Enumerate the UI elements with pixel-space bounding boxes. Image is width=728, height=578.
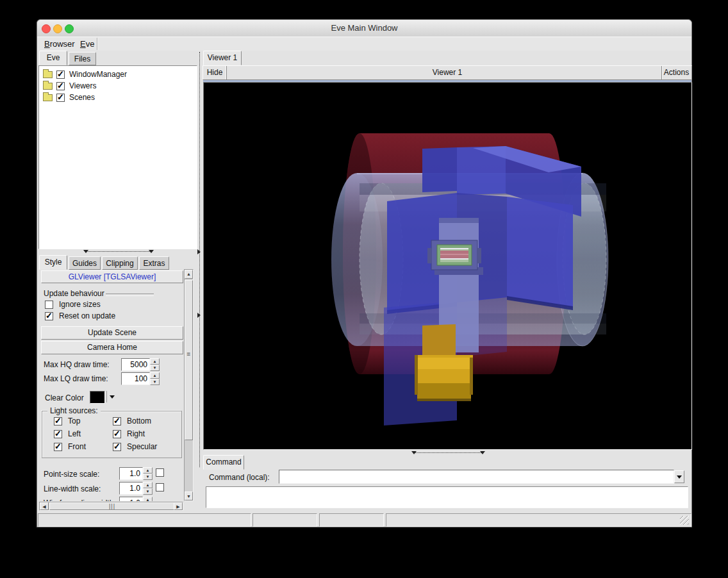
clear-color-swatch[interactable] (90, 391, 105, 404)
hide-button[interactable]: Hide (203, 66, 227, 79)
combo-dropdown-button[interactable] (674, 470, 684, 483)
tree-item-scenes[interactable]: Scenes (43, 92, 190, 104)
tree-style-splitter[interactable] (38, 248, 196, 255)
spin-up-icon[interactable]: ▲ (150, 358, 160, 365)
tree-checkbox[interactable] (56, 70, 65, 79)
light-specular-label[interactable]: Specular (127, 442, 157, 451)
update-scene-button[interactable]: Update Scene (41, 326, 183, 340)
folder-icon (43, 83, 53, 90)
tab-files[interactable]: Files (69, 52, 96, 65)
light-right-label[interactable]: Right (127, 429, 145, 438)
tree-item-windowmanager[interactable]: WindowManager (43, 69, 190, 81)
menu-browser[interactable]: Browser (42, 37, 78, 51)
light-top-checkbox[interactable] (54, 417, 62, 425)
point-size-field[interactable] (119, 467, 143, 480)
max-hq-label: Max HQ draw time: (44, 360, 110, 369)
line-width-field[interactable] (119, 482, 143, 495)
tab-style[interactable]: Style (39, 255, 67, 270)
actions-button[interactable]: Actions (661, 66, 691, 79)
spin-up-icon[interactable]: ▲ (143, 482, 153, 488)
tab-command[interactable]: Command (203, 455, 244, 470)
light-left-checkbox[interactable] (54, 430, 62, 438)
tab-clipping[interactable]: Clipping (102, 256, 138, 270)
light-top-label[interactable]: Top (68, 417, 80, 425)
light-sources-group: Light sources: Top Bottom Left Right Fro… (42, 411, 182, 458)
light-bottom-checkbox[interactable] (113, 417, 121, 425)
point-size-spinner[interactable]: ▲ ▼ (143, 467, 153, 480)
scroll-up-icon[interactable]: ▲ (185, 270, 193, 279)
column-splitter[interactable] (196, 51, 203, 513)
splitter-dots (415, 452, 481, 453)
glviewer-button[interactable]: GLViewer [TGLSAViewer] (41, 270, 183, 283)
wireframe-entry[interactable]: ▲ (119, 497, 153, 501)
reset-on-update-label[interactable]: Reset on update (59, 311, 115, 320)
gl-viewport[interactable] (203, 82, 692, 450)
tab-extras[interactable]: Extras (139, 256, 169, 270)
light-bottom-label[interactable]: Bottom (127, 417, 151, 425)
scroll-right-icon[interactable]: ▶ (174, 502, 183, 510)
eve-main-window: Eve Main Window Browser Eve Eve Files Wi… (37, 19, 692, 527)
max-lq-entry[interactable]: ▲ ▼ (121, 372, 160, 385)
style-vscrollbar[interactable]: ▲ ≡ ▼ (184, 269, 194, 501)
tree-item-viewers[interactable]: Viewers (43, 81, 190, 92)
line-width-entry[interactable]: ▲ ▼ (119, 482, 153, 495)
viewer-command-splitter[interactable] (203, 450, 692, 455)
spin-down-icon[interactable]: ▼ (150, 365, 160, 371)
wireframe-spinner[interactable]: ▲ (143, 497, 153, 501)
command-input[interactable] (279, 470, 674, 484)
splitter-arrow-icon (149, 250, 154, 253)
color-dropdown-icon[interactable] (110, 395, 115, 399)
max-hq-entry[interactable]: ▲ ▼ (121, 358, 160, 371)
splitter-dots (86, 251, 150, 252)
tab-guides[interactable]: Guides (69, 256, 101, 270)
tab-eve[interactable]: Eve (39, 51, 67, 65)
tree-checkbox[interactable] (56, 94, 65, 102)
max-lq-field[interactable] (121, 372, 150, 385)
max-hq-spinner[interactable]: ▲ ▼ (150, 358, 160, 371)
wireframe-field[interactable] (119, 497, 143, 501)
light-right-checkbox[interactable] (113, 430, 121, 438)
max-lq-label: Max LQ draw time: (44, 374, 108, 383)
style-hscrollbar[interactable]: ◀ ||| ▶ (39, 502, 183, 511)
command-combobox[interactable] (279, 470, 684, 484)
light-left-label[interactable]: Left (68, 429, 81, 438)
spin-up-icon[interactable]: ▲ (143, 497, 153, 501)
spin-down-icon[interactable]: ▼ (143, 474, 153, 480)
scroll-down-icon[interactable]: ▼ (185, 491, 193, 500)
spin-up-icon[interactable]: ▲ (150, 372, 160, 379)
command-local-label: Command (local): (209, 473, 270, 482)
line-width-checkbox[interactable] (156, 483, 164, 491)
max-hq-field[interactable] (121, 358, 150, 371)
splitter-arrow-icon (83, 250, 88, 253)
ignore-sizes-checkbox[interactable] (45, 301, 53, 309)
reset-on-update-checkbox[interactable] (45, 312, 53, 320)
line-width-spinner[interactable]: ▲ ▼ (143, 482, 153, 495)
tree-checkbox[interactable] (56, 82, 65, 90)
splitter-arrow-icon (480, 451, 485, 454)
tab-viewer-1[interactable]: Viewer 1 (203, 51, 242, 65)
resize-grip-icon[interactable] (680, 516, 689, 525)
desktop: Eve Main Window Browser Eve Eve Files Wi… (0, 0, 728, 578)
point-size-checkbox[interactable] (156, 468, 164, 477)
point-size-entry[interactable]: ▲ ▼ (119, 467, 153, 480)
camera-home-button[interactable]: Camera Home (41, 341, 183, 354)
light-front-checkbox[interactable] (54, 443, 62, 451)
menu-bar: Browser Eve (37, 37, 691, 52)
max-lq-spinner[interactable]: ▲ ▼ (150, 372, 160, 385)
hscroll-thumb[interactable]: ||| (49, 502, 175, 510)
swatch-divider (106, 391, 107, 402)
light-front-label[interactable]: Front (68, 442, 86, 451)
scroll-left-icon[interactable]: ◀ (40, 502, 49, 510)
spin-down-icon[interactable]: ▼ (150, 379, 160, 385)
vscroll-thumb[interactable]: ≡ (185, 280, 193, 440)
spin-up-icon[interactable]: ▲ (143, 467, 153, 474)
spin-down-icon[interactable]: ▼ (143, 488, 153, 495)
light-specular-checkbox[interactable] (113, 443, 121, 451)
menu-eve[interactable]: Eve (78, 37, 97, 51)
title-bar[interactable]: Eve Main Window (37, 20, 691, 37)
ignore-sizes-label[interactable]: Ignore sizes (59, 300, 101, 309)
folder-icon (43, 94, 53, 101)
command-output-box[interactable] (206, 486, 688, 508)
status-segment (252, 513, 317, 527)
viewer-title-bar: Viewer 1 Hide Actions (203, 65, 692, 80)
